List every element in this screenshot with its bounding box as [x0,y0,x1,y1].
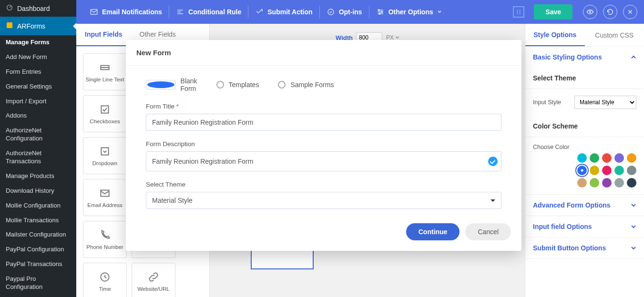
radio-icon [146,80,176,89]
modal-title: New Form [126,40,521,66]
radio-icon [216,81,224,89]
form-description-input[interactable] [146,151,501,171]
radio-templates[interactable]: Templates [216,77,259,92]
select-theme-label: Select Theme [146,181,501,188]
form-title-input[interactable] [146,114,501,131]
chevron-down-icon [491,199,495,204]
form-description-label: Form Description [146,140,501,148]
continue-button[interactable]: Continue [406,223,460,240]
select-theme-dropdown[interactable]: Material Style [146,192,501,209]
form-title-label: Form Title * [146,103,501,110]
radio-blank-form[interactable]: Blank Form [146,77,197,92]
modal-overlay: New Form Blank FormTemplatesSample Forms… [0,0,644,297]
cancel-button[interactable]: Cancel [465,223,511,240]
radio-sample-forms[interactable]: Sample Forms [278,77,334,92]
new-form-modal: New Form Blank FormTemplatesSample Forms… [126,40,521,251]
radio-icon [278,81,286,89]
check-icon [488,157,498,166]
